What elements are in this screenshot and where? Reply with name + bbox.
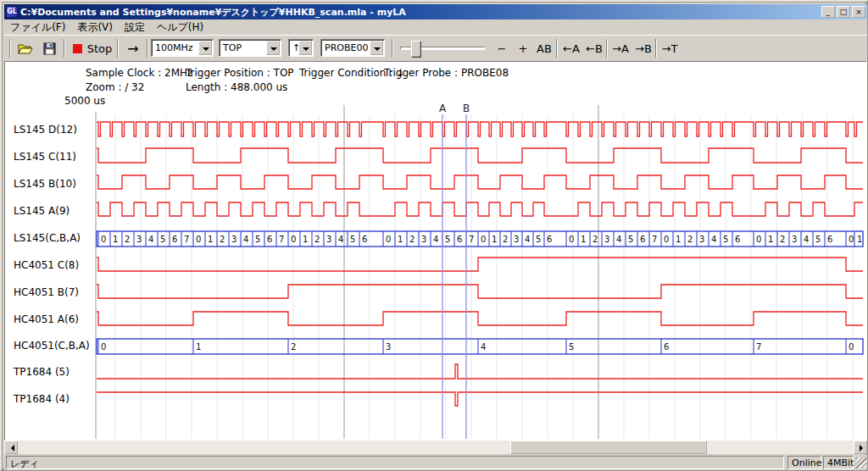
close-button[interactable]: × [852,6,865,18]
menu-help[interactable]: ヘルプ(H) [151,19,209,36]
trace-TP1684 (5) [97,364,863,379]
run-button[interactable]: → [122,38,144,58]
bus-cell-value: 4 [148,235,153,244]
move-a-left-button[interactable]: ←A [560,38,582,58]
save-button[interactable] [39,38,59,58]
menu-settings[interactable]: 設定 [119,19,151,36]
stop-label: Stop [87,42,113,55]
zoom-slider-thumb[interactable] [411,41,420,57]
zoom-in-button[interactable]: + [514,38,532,58]
ab-button[interactable]: AB [534,38,554,58]
bus-cell-value: 7 [184,235,189,244]
trace-LS145 B(10) [97,175,863,189]
bus-cell-value: 5 [255,235,260,244]
bus-cell-value: 5 [815,235,821,244]
bus-cell-value: 6 [267,235,272,244]
bus-cell-value: 1 [581,235,586,244]
bus-cell-value: 3 [326,235,331,244]
scrollbar-thumb[interactable] [510,441,707,454]
bus-cell-value: 1 [768,235,773,244]
bus-cell-value: 5 [160,235,165,244]
scroll-left-arrow-icon[interactable] [4,441,18,454]
bus-cell-value: 3 [231,235,236,244]
bus-cell-value: 7 [469,235,474,244]
goto-trigger-button[interactable]: →T [659,38,681,58]
bus-cell-value: 2 [593,235,598,244]
sample-clock-select[interactable]: 100MHz [151,39,214,57]
bus-cell-value: 6 [735,235,740,244]
bus-cell-value: 4 [433,235,438,244]
bus-cell-value: 0 [569,235,574,244]
status-message: レディ [6,456,784,469]
trace-LS145 C(11) [97,148,863,163]
bus-cell-value: 6 [457,235,462,244]
menu-view[interactable]: 表示(V) [71,19,119,36]
dropdown-arrow-icon[interactable] [198,41,212,55]
toolbar-separator [606,39,608,58]
app-window: GL C:¥Documents and Settings¥noname¥デスクト… [0,0,868,471]
open-file-button[interactable] [14,38,36,58]
bus-cell-value: 5 [723,235,728,244]
scroll-right-arrow-icon[interactable] [854,441,867,454]
bus-cell-value: 7 [652,235,657,244]
toolbar-separator [655,39,657,58]
toolbar-separator [9,39,11,58]
bus-cell-value: 1 [398,235,403,244]
bus-cell-value: 4 [525,235,530,244]
dropdown-arrow-icon[interactable] [266,41,280,55]
stop-button[interactable]: Stop [70,38,114,58]
bus-cell-value: 4 [243,235,248,244]
bus-cell-value: 2 [220,235,225,244]
bus-cell-value: 1 [208,235,213,244]
bus-cell-value: 3 [514,235,519,244]
stop-square-icon [73,44,82,53]
status-online: Online [787,456,821,469]
bus-cell-value: 0 [849,235,854,244]
trigger-position-select[interactable]: TOP [219,39,281,57]
bus-cell-value: 3 [421,235,426,244]
sample-clock-value: 100MHz [155,42,193,53]
bus-cell-value: 0 [664,235,669,244]
maximize-button[interactable]: □ [837,6,850,18]
toolbar-separator [64,39,65,58]
bus-cell-value: 3 [699,235,704,244]
bus-cell-value: 0 [849,342,854,352]
move-b-left-button[interactable]: ←B [583,38,605,58]
resize-grip[interactable] [855,457,866,468]
toolbar: Stop → 100MHz TOP ↑ PROBE00 − + AB [4,35,867,61]
trigger-edge-select[interactable]: ↑ [288,39,314,57]
bus-cell-value: 0 [481,235,486,244]
horizontal-scrollbar[interactable] [4,441,867,454]
bus-cell-value: 4 [481,342,486,352]
run-arrow-icon: → [127,41,138,57]
toolbar-separator [392,39,393,58]
bus-cell-value: 3 [792,235,797,244]
move-a-right-button[interactable]: →A [609,38,632,58]
bus-cell-value: 6 [640,235,645,244]
waveform-plot: 0123456701234567012345601234567012345601… [5,62,866,440]
trace-HC4051 C(8) [97,258,863,271]
bus-cell-value: 5 [536,235,541,244]
trace-TP1684 (4) [97,392,863,406]
zoom-slider[interactable] [400,47,485,50]
bus-cell-value: 0 [291,235,296,244]
menu-file[interactable]: ファイル(F) [4,19,71,36]
bus-cell-value: 1 [303,235,308,244]
probe-select[interactable]: PROBE00 [320,39,385,57]
bus-cell-value: 0 [101,342,106,352]
bus-cell-value: 3 [136,235,142,244]
title-bar: GL C:¥Documents and Settings¥noname¥デスクト… [4,4,867,19]
move-b-right-button[interactable]: →B [632,38,654,58]
bus-cell-value: 6 [664,342,669,352]
bus-cell-value: 0 [196,235,201,244]
status-bar: レディ Online 4MBit [4,455,867,470]
status-memory: 4MBit [823,456,854,469]
bus-cell-value: 6 [827,235,832,244]
trace-LS145 A(9) [97,202,863,216]
dropdown-arrow-icon[interactable] [298,41,312,55]
dropdown-arrow-icon[interactable] [370,41,383,55]
save-floppy-icon [43,42,56,55]
minimize-button[interactable]: _ [821,6,835,18]
bus-cell-value: 2 [291,342,296,352]
zoom-out-button[interactable]: − [492,38,511,58]
